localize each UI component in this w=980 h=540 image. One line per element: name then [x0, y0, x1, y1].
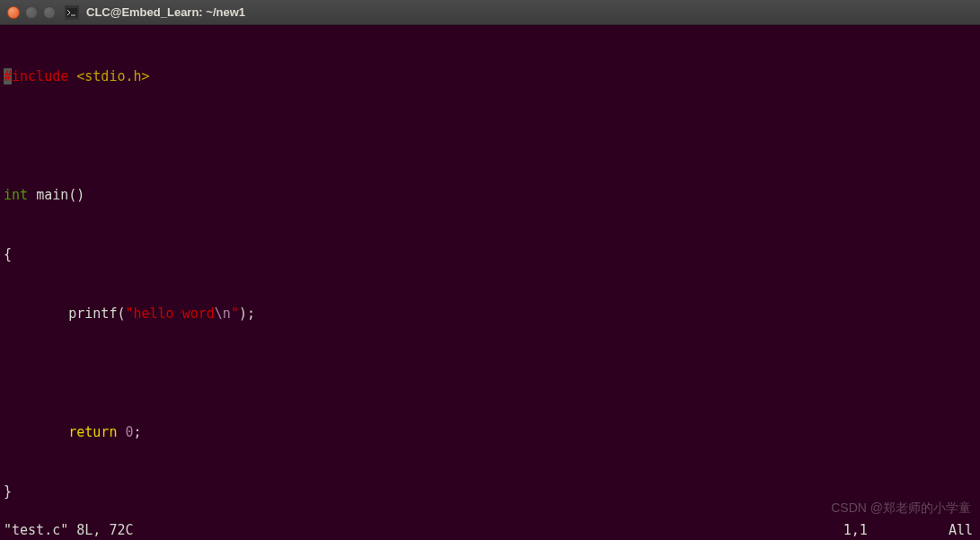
status-cursor-position: 1,1 [843, 520, 949, 540]
status-file-info: "test.c" 8L, 72C [4, 520, 134, 540]
terminal-icon [65, 5, 79, 20]
code-line: { [4, 244, 976, 264]
function-name: main [36, 187, 68, 203]
type-keyword: int [4, 187, 28, 203]
maximize-icon[interactable] [43, 6, 56, 19]
preproc-keyword: include [12, 68, 68, 84]
close-brace: } [4, 483, 12, 500]
code-line: return 0; [4, 422, 976, 442]
number-literal: 0 [125, 424, 133, 440]
parens: () [68, 187, 84, 203]
string-literal: "hello word [125, 305, 214, 322]
escape-char: \n [215, 305, 231, 322]
status-scroll-position: All [949, 520, 976, 540]
code-line: } [4, 482, 976, 501]
return-keyword: return [68, 424, 117, 440]
open-brace: { [4, 246, 12, 262]
titlebar: CLC@Embed_Learn: ~/new1 [0, 0, 980, 25]
close-icon[interactable] [7, 6, 20, 19]
minimize-icon[interactable] [25, 6, 38, 19]
code-line: #include <stdio.h> [4, 66, 976, 86]
code-line [4, 126, 976, 146]
preproc-hash: # [4, 68, 12, 84]
include-file: <stdio.h> [76, 68, 149, 84]
function-call: printf [68, 305, 117, 322]
statusbar: "test.c" 8L, 72C 1,1 All [0, 520, 980, 540]
code-line: printf("hello word\n"); [4, 304, 976, 323]
editor-area[interactable]: #include <stdio.h> int main() { printf("… [0, 25, 980, 520]
code-line: int main() [4, 185, 976, 205]
code-line [4, 363, 976, 383]
window-title: CLC@Embed_Learn: ~/new1 [86, 5, 245, 19]
window-controls [7, 6, 56, 19]
